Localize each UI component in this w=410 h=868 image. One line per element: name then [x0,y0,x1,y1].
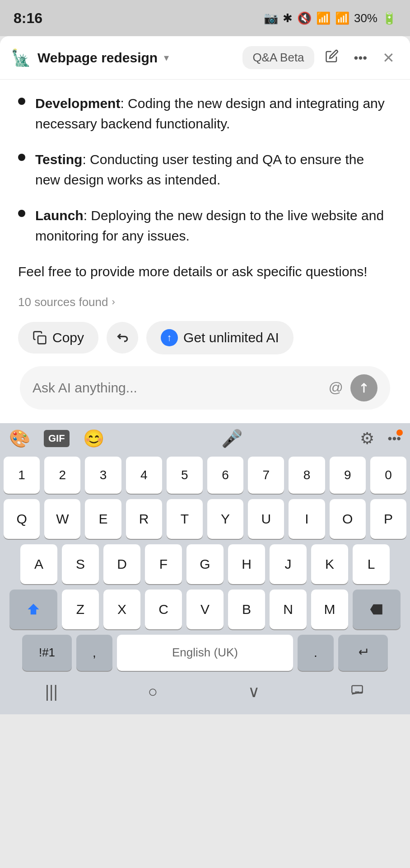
key-t[interactable]: T [167,499,203,539]
bullet-text-testing: Testing: Conducting user testing and QA … [35,149,392,190]
bullet-label-development: Development [35,96,120,111]
keyboard: 1 2 3 4 5 6 7 8 9 0 Q W E R T Y U I O P … [0,454,410,674]
key-i[interactable]: I [289,499,325,539]
sticker-icon[interactable]: 🎨 [9,429,30,448]
backspace-icon [369,602,384,617]
qwerty-row: Q W E R T Y U I O P [0,496,410,542]
enter-key[interactable] [338,635,388,671]
copy-button[interactable]: Copy [18,322,98,354]
emoji-icon[interactable]: 😊 [83,429,104,448]
ask-ai-container[interactable]: @ [20,366,390,410]
content-area: Development: Coding the new design and i… [0,80,410,423]
ask-ai-input[interactable] [33,380,329,396]
enter-icon [355,646,371,659]
bullet-dot [18,154,25,161]
space-key[interactable]: English (UK) [117,635,293,671]
key-b[interactable]: B [228,590,265,629]
key-s[interactable]: S [62,544,99,584]
header-bar: 🗽 Webpage redesign ▾ Q&A Beta ••• ✕ [0,36,410,80]
sources-text: 10 sources found [18,295,108,309]
bullet-item-launch: Launch: Deploying the new design to the … [18,205,392,246]
redo-button[interactable] [107,322,138,354]
copy-icon [33,330,47,345]
chevron-down-icon[interactable]: ▾ [164,52,169,64]
key-q[interactable]: Q [4,499,40,539]
at-sign-button[interactable]: @ [329,379,343,396]
key-d[interactable]: D [103,544,140,584]
bullet-item-development: Development: Coding the new design and i… [18,93,392,134]
key-4[interactable]: 4 [126,457,162,494]
key-9[interactable]: 9 [330,457,366,494]
sources-row[interactable]: 10 sources found › [18,295,392,309]
recent-apps-button[interactable]: ∨ [234,678,273,706]
settings-icon[interactable]: ⚙ [360,429,374,448]
video-icon: 📷 [264,11,278,25]
mute-icon: 🔇 [297,11,312,25]
key-2[interactable]: 2 [44,457,80,494]
bullet-label-testing: Testing [35,152,82,167]
key-a[interactable]: A [20,544,57,584]
key-z[interactable]: Z [62,590,99,629]
key-j[interactable]: J [270,544,307,584]
app-logo: 🗽 [11,48,31,67]
status-bar: 8:16 📷 ✱ 🔇 📶 📶 30% 🔋 [0,0,410,36]
key-l[interactable]: L [353,544,390,584]
send-icon [358,382,370,394]
key-6[interactable]: 6 [207,457,243,494]
battery-icon: 🔋 [382,11,396,25]
key-r[interactable]: R [126,499,162,539]
key-f[interactable]: F [145,544,182,584]
key-y[interactable]: Y [207,499,243,539]
wifi-icon: 📶 [316,11,331,25]
send-button[interactable] [350,374,377,401]
key-m[interactable]: M [311,590,348,629]
status-time: 8:16 [14,10,42,27]
key-x[interactable]: X [103,590,140,629]
close-button[interactable]: ✕ [378,47,399,69]
bottom-row: !#1 , English (UK) . [0,632,410,674]
key-k[interactable]: K [311,544,348,584]
key-3[interactable]: 3 [85,457,121,494]
key-8[interactable]: 8 [289,457,325,494]
key-v[interactable]: V [186,590,224,629]
home-button[interactable]: ○ [134,678,171,706]
unlimited-ai-button[interactable]: ↑ Get unlimited AI [146,321,294,354]
key-p[interactable]: P [370,499,406,539]
svg-rect-0 [38,336,46,344]
more-options-button[interactable]: ••• [349,48,372,68]
key-0[interactable]: 0 [370,457,406,494]
key-u[interactable]: U [248,499,284,539]
key-e[interactable]: E [85,499,121,539]
qa-beta-button[interactable]: Q&A Beta [242,46,314,69]
key-7[interactable]: 7 [248,457,284,494]
header-title: Webpage redesign [37,50,158,66]
edit-icon-button[interactable] [321,47,343,69]
gif-button[interactable]: GIF [44,430,70,447]
key-n[interactable]: N [270,590,307,629]
bullet-dot [18,210,25,217]
key-o[interactable]: O [330,499,366,539]
status-icons: 📷 ✱ 🔇 📶 📶 30% 🔋 [264,11,396,25]
more-keyboard-container: ••• [388,431,401,446]
dot-key[interactable]: . [298,635,334,671]
backspace-key[interactable] [353,590,401,629]
key-g[interactable]: G [186,544,224,584]
key-1[interactable]: 1 [4,457,40,494]
bullet-label-launch: Launch [35,208,84,223]
key-w[interactable]: W [44,499,80,539]
key-5[interactable]: 5 [167,457,203,494]
key-h[interactable]: H [228,544,265,584]
bullet-text-development: Development: Coding the new design and i… [35,93,392,134]
symbols-key[interactable]: !#1 [22,635,72,671]
keyboard-toolbar: 🎨 GIF 😊 🎤 ⚙ ••• [0,423,410,454]
bullet-dot [18,98,25,105]
bluetooth-icon: ✱ [283,11,293,25]
comma-key[interactable]: , [76,635,112,671]
back-button[interactable]: ||| [32,678,71,706]
shift-key[interactable] [9,590,57,629]
key-c[interactable]: C [145,590,182,629]
free-paragraph: Feel free to provide more details or ask… [18,261,392,283]
hide-keyboard-button[interactable] [336,679,378,704]
microphone-icon[interactable]: 🎤 [221,429,242,448]
bullet-list: Development: Coding the new design and i… [18,93,392,246]
